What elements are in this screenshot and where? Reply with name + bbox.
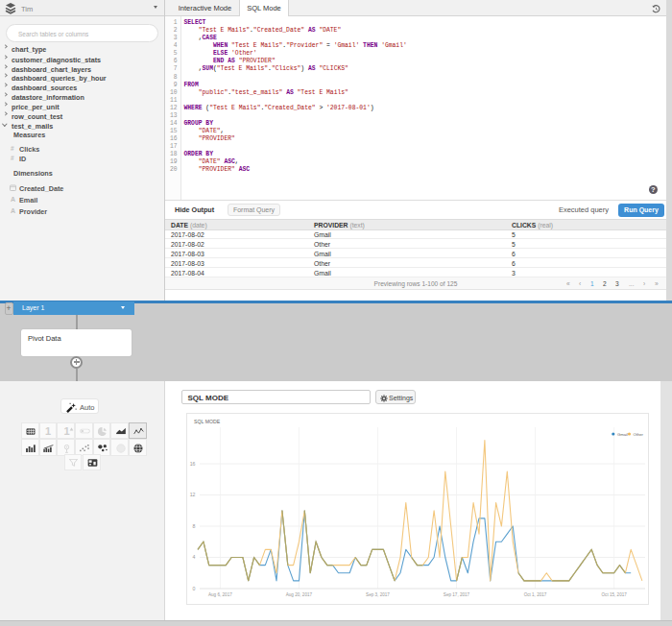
svg-text:Sep 3, 2017: Sep 3, 2017 — [366, 591, 390, 596]
svg-text:Oct 15, 2017: Oct 15, 2017 — [602, 591, 628, 596]
svg-text:Aug 6, 2017: Aug 6, 2017 — [208, 591, 232, 596]
svg-text:12: 12 — [190, 492, 196, 497]
svg-text:SQL MODE: SQL MODE — [194, 418, 221, 423]
svg-text:4: 4 — [193, 554, 196, 560]
svg-text:Other: Other — [634, 431, 644, 436]
svg-text:0: 0 — [193, 585, 196, 590]
svg-text:8: 8 — [193, 522, 196, 528]
svg-text:Gmail: Gmail — [617, 431, 628, 436]
svg-text:Sep 17, 2017: Sep 17, 2017 — [444, 591, 470, 596]
svg-text:Oct 1, 2017: Oct 1, 2017 — [524, 591, 547, 596]
svg-text:16: 16 — [190, 460, 196, 466]
svg-text:Aug 20, 2017: Aug 20, 2017 — [286, 591, 313, 596]
